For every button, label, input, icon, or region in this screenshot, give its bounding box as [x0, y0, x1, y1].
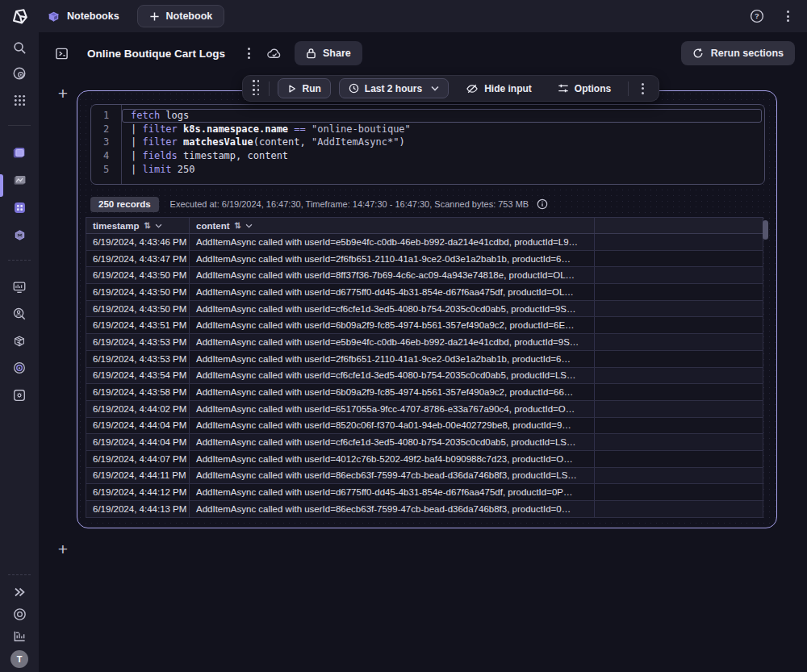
table-row[interactable]: 6/19/2024, 4:44:07 PMAddItemAsync called…: [86, 451, 763, 468]
line-number: 5: [91, 164, 121, 175]
settings-box-icon[interactable]: [0, 383, 39, 407]
record-icon[interactable]: [0, 61, 39, 86]
cell-content: AddItemAsync called with userId=6b09a2f9…: [190, 384, 595, 400]
app-grid-icon[interactable]: [0, 88, 39, 112]
synthetic-monitor-icon[interactable]: [0, 275, 39, 299]
table-row[interactable]: 6/19/2024, 4:43:47 PMAddItemAsync called…: [86, 251, 763, 268]
cell-timestamp: 6/19/2024, 4:43:58 PM: [86, 384, 190, 400]
toolbar-divider: [628, 81, 629, 96]
table-row[interactable]: 6/19/2024, 4:44:11 PMAddItemAsync called…: [86, 468, 763, 485]
toolbar-divider: [269, 81, 270, 96]
table-row[interactable]: 6/19/2024, 4:44:04 PMAddItemAsync called…: [86, 418, 763, 435]
cell-timestamp: 6/19/2024, 4:44:11 PM: [86, 468, 190, 484]
cell-content: AddItemAsync called with userId=2f6fb651…: [190, 251, 595, 267]
cell-content: AddItemAsync called with userId=d6775ff0…: [190, 484, 595, 500]
code-line[interactable]: 5| limit 250: [91, 162, 764, 176]
column-header-content[interactable]: content ⇅: [190, 218, 595, 233]
table-row[interactable]: 6/19/2024, 4:43:46 PMAddItemAsync called…: [86, 234, 763, 251]
expand-chevrons-icon[interactable]: [0, 580, 39, 604]
drag-handle-icon[interactable]: [253, 80, 261, 97]
table-row[interactable]: 6/19/2024, 4:43:51 PMAddItemAsync called…: [86, 317, 763, 334]
options-button[interactable]: Options: [549, 78, 620, 98]
section-kebab-menu-icon[interactable]: [637, 78, 649, 99]
table-row[interactable]: 6/19/2024, 4:43:54 PMAddItemAsync called…: [86, 368, 763, 385]
timeframe-label: Last 2 hours: [365, 83, 422, 94]
document-kebab-menu-icon[interactable]: [243, 43, 255, 64]
code-line[interactable]: 1fetch logs: [91, 109, 764, 123]
cell-content: AddItemAsync called with userId=2f6fb651…: [190, 351, 595, 367]
gutter-divider: [121, 105, 122, 184]
table-scrollbar[interactable]: [763, 220, 768, 240]
table-row[interactable]: 6/19/2024, 4:43:50 PMAddItemAsync called…: [86, 267, 763, 284]
add-section-below-button[interactable]: +: [55, 541, 71, 557]
rerun-sections-button[interactable]: Rerun sections: [681, 41, 795, 65]
code-line[interactable]: 2| filter k8s.namespace.name == "online-…: [91, 123, 764, 136]
share-button[interactable]: Share: [295, 41, 362, 65]
cell-timestamp: 6/19/2024, 4:43:54 PM: [86, 368, 190, 384]
hide-input-button[interactable]: Hide input: [457, 78, 541, 98]
lifebuoy-icon[interactable]: [0, 602, 39, 626]
kubernetes-icon[interactable]: [0, 329, 39, 353]
cell-timestamp: 6/19/2024, 4:44:13 PM: [86, 501, 190, 517]
table-row[interactable]: 6/19/2024, 4:43:58 PMAddItemAsync called…: [86, 384, 763, 401]
help-icon[interactable]: ?: [750, 9, 764, 23]
user-avatar[interactable]: T: [0, 647, 39, 671]
table-row[interactable]: 6/19/2024, 4:43:53 PMAddItemAsync called…: [86, 351, 763, 368]
search-icon[interactable]: [0, 35, 39, 60]
sliders-icon: [558, 83, 569, 94]
chevron-down-icon[interactable]: [245, 223, 253, 228]
dashboards-app-icon[interactable]: [0, 169, 39, 193]
table-row[interactable]: 6/19/2024, 4:43:50 PMAddItemAsync called…: [86, 284, 763, 301]
collapse-panel-icon[interactable]: [55, 47, 69, 61]
cell-content: AddItemAsync called with userId=6517055a…: [190, 401, 595, 417]
cell-content: AddItemAsync called with userId=cf6cfe1d…: [190, 301, 595, 317]
document-header: Online Boutique Cart Logs Share Rerun se…: [39, 32, 807, 74]
session-search-icon[interactable]: [0, 302, 39, 326]
dynatrace-logo-icon[interactable]: [0, 8, 39, 25]
results-meta: 250 records Executed at: 6/19/2024, 16:4…: [90, 193, 548, 215]
table-row[interactable]: 6/19/2024, 4:43:50 PMAddItemAsync called…: [86, 301, 763, 318]
table-row[interactable]: 6/19/2024, 4:44:04 PMAddItemAsync called…: [86, 434, 763, 451]
code-line[interactable]: 4| fields timestamp, content: [91, 149, 764, 163]
cell-timestamp: 6/19/2024, 4:44:04 PM: [86, 434, 190, 450]
table-row[interactable]: 6/19/2024, 4:44:12 PMAddItemAsync called…: [86, 484, 763, 501]
services-app-icon[interactable]: [0, 223, 39, 247]
usage-chart-icon[interactable]: [0, 624, 39, 648]
rerun-sections-label: Rerun sections: [711, 48, 784, 59]
records-count-badge: 250 records: [90, 197, 159, 212]
code-line[interactable]: 3| filter matchesValue(content, "AddItem…: [91, 136, 764, 149]
info-icon[interactable]: [537, 198, 548, 210]
new-notebook-button[interactable]: Notebook: [137, 5, 225, 27]
cell-content: AddItemAsync called with userId=86ecb63f…: [190, 501, 595, 517]
run-button[interactable]: Run: [278, 78, 331, 98]
column-header-timestamp[interactable]: timestamp ⇅: [86, 218, 190, 233]
cell-timestamp: 6/19/2024, 4:44:07 PM: [86, 451, 190, 467]
add-section-above-button[interactable]: +: [55, 86, 71, 102]
launchpad-app-icon[interactable]: [0, 195, 39, 219]
chevron-down-icon: [431, 86, 439, 91]
dql-editor[interactable]: 1fetch logs2| filter k8s.namespace.name …: [90, 104, 765, 185]
cell-content: AddItemAsync called with userId=e5b9e4fc…: [190, 234, 595, 250]
table-row[interactable]: 6/19/2024, 4:44:13 PMAddItemAsync called…: [86, 501, 763, 518]
timeframe-selector[interactable]: Last 2 hours: [339, 78, 449, 98]
sidebar-divider-dashed: [8, 260, 31, 261]
tab-notebooks[interactable]: Notebooks: [39, 0, 128, 32]
chevron-down-icon[interactable]: [155, 223, 162, 228]
cloud-sync-icon[interactable]: [266, 48, 282, 60]
tab-notebooks-label: Notebooks: [67, 10, 119, 22]
notebooks-app-icon[interactable]: [0, 141, 39, 165]
kebab-menu-icon[interactable]: [782, 6, 794, 27]
target-icon[interactable]: [0, 356, 39, 380]
table-row[interactable]: 6/19/2024, 4:43:53 PMAddItemAsync called…: [86, 334, 763, 351]
sort-icon[interactable]: ⇅: [235, 221, 241, 230]
top-bar: Notebooks Notebook ?: [0, 0, 807, 32]
table-row[interactable]: 6/19/2024, 4:44:02 PMAddItemAsync called…: [86, 401, 763, 418]
execution-meta-text: Executed at: 6/19/2024, 16:47:30, Timefr…: [170, 199, 529, 209]
table-body: 6/19/2024, 4:43:46 PMAddItemAsync called…: [86, 234, 763, 518]
line-number: 4: [91, 150, 121, 161]
line-number: 3: [91, 136, 121, 148]
page-title: Online Boutique Cart Logs: [87, 48, 225, 60]
notebook-section[interactable]: 1fetch logs2| filter k8s.namespace.name …: [77, 90, 777, 528]
cell-content: AddItemAsync called with userId=e5b9e4fc…: [190, 334, 595, 350]
sort-icon[interactable]: ⇅: [144, 221, 151, 230]
